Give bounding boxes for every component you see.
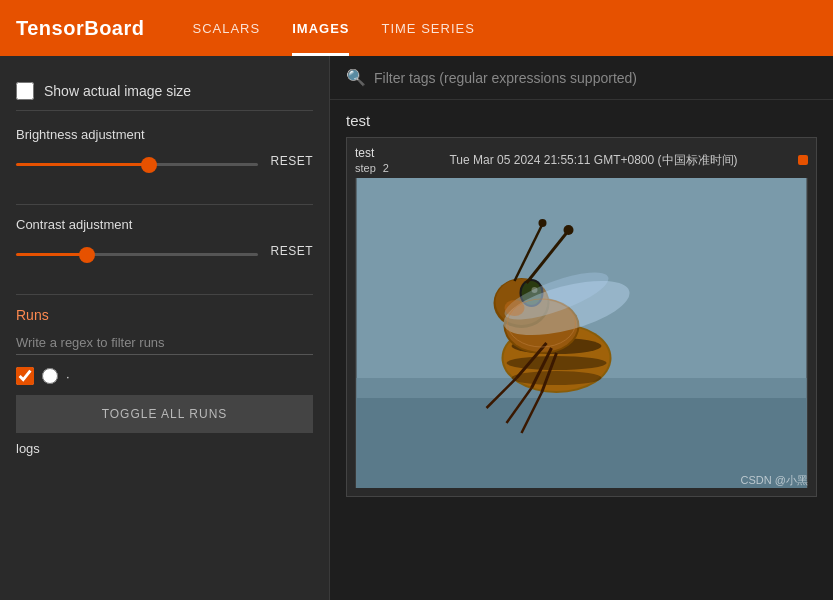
watermark: CSDN @小黑 (741, 473, 808, 488)
contrast-reset-button[interactable]: RESET (270, 240, 313, 262)
logo: TensorBoard (16, 17, 144, 40)
sidebar: Show actual image size Brightness adjust… (0, 56, 330, 600)
brightness-slider-row: RESET (16, 150, 313, 172)
brightness-label: Brightness adjustment (16, 127, 313, 142)
image-card-title: test (355, 146, 389, 160)
show-actual-size-checkbox[interactable] (16, 82, 34, 100)
nav-scalars[interactable]: SCALARS (176, 0, 276, 56)
svg-rect-2 (357, 398, 807, 488)
search-icon: 🔍 (346, 68, 366, 87)
bee-image-container (355, 178, 808, 488)
brightness-slider[interactable] (16, 163, 258, 166)
image-card: test step 2 Tue Mar 05 2024 21:55:11 GMT… (346, 137, 817, 497)
brightness-section: Brightness adjustment RESET (16, 127, 313, 184)
contrast-section: Contrast adjustment RESET (16, 217, 313, 274)
svg-point-6 (507, 356, 607, 370)
image-card-step: step 2 (355, 162, 389, 174)
panel-tag: test (346, 112, 817, 129)
run-checkbox[interactable] (16, 367, 34, 385)
svg-point-7 (512, 371, 602, 385)
divider-2 (16, 294, 313, 295)
toggle-all-runs-button[interactable]: TOGGLE ALL RUNS (16, 395, 313, 433)
contrast-slider[interactable] (16, 253, 258, 256)
brightness-slider-container (16, 152, 258, 170)
filter-runs-input[interactable] (16, 331, 313, 355)
brightness-reset-button[interactable]: RESET (270, 150, 313, 172)
image-card-header: test step 2 Tue Mar 05 2024 21:55:11 GMT… (355, 146, 808, 174)
search-bar: 🔍 (330, 56, 833, 100)
search-input[interactable] (374, 70, 817, 86)
contrast-label: Contrast adjustment (16, 217, 313, 232)
image-card-timestamp: Tue Mar 05 2024 21:55:11 GMT+0800 (中国标准时… (389, 152, 798, 169)
header: TensorBoard SCALARS IMAGES TIME SERIES (0, 0, 833, 56)
contrast-slider-row: RESET (16, 240, 313, 262)
nav-images[interactable]: IMAGES (276, 0, 365, 56)
svg-point-28 (505, 300, 525, 316)
logs-label: logs (16, 441, 313, 456)
svg-point-18 (539, 219, 547, 227)
orange-dot-indicator (798, 155, 808, 165)
content-area: 🔍 test test step 2 Tue Mar 05 2024 21:55… (330, 56, 833, 600)
run-dot-label: · (66, 369, 70, 384)
main: Show actual image size Brightness adjust… (0, 56, 833, 600)
bee-svg (355, 178, 808, 488)
image-card-info: test step 2 (355, 146, 389, 174)
image-panel: test test step 2 Tue Mar 05 2024 21:55:1… (330, 100, 833, 509)
contrast-slider-container (16, 242, 258, 260)
nav: SCALARS IMAGES TIME SERIES (176, 0, 490, 56)
divider-1 (16, 204, 313, 205)
run-radio[interactable] (42, 368, 58, 384)
svg-point-16 (564, 225, 574, 235)
show-actual-size-label[interactable]: Show actual image size (44, 83, 191, 99)
show-actual-size-row: Show actual image size (16, 72, 313, 111)
runs-label: Runs (16, 307, 313, 323)
run-item: · (16, 367, 313, 385)
nav-time-series[interactable]: TIME SERIES (365, 0, 490, 56)
